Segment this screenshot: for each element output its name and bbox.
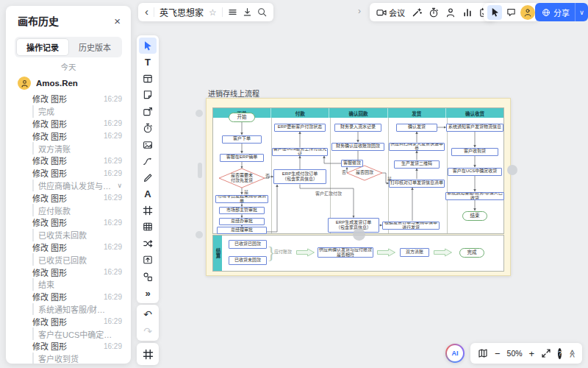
flow-node[interactable]: 总经办审批 — [219, 218, 265, 225]
connector-tool[interactable] — [137, 153, 159, 169]
connector — [143, 156, 153, 166]
history-item[interactable]: 修改 图形16:29 — [32, 191, 122, 204]
flow-node[interactable]: 供应商确认发货与应付账款是否相符 — [318, 247, 373, 258]
flow-node[interactable]: 已收货已回款 — [229, 240, 267, 249]
history-item[interactable]: 修改 图形16:29 — [32, 216, 122, 229]
flow-node[interactable]: 结束 — [462, 211, 487, 221]
poll-icon[interactable] — [462, 7, 473, 18]
zoom-out-button[interactable]: − — [495, 349, 501, 358]
fullscreen-icon[interactable] — [541, 348, 551, 358]
flow-arrow[interactable] — [295, 248, 315, 257]
select-tool[interactable] — [139, 38, 157, 54]
flow-node[interactable]: 财务确认应收账款回款 — [331, 143, 384, 151]
flow-node[interactable]: 总经理审批 — [217, 227, 267, 234]
flow-node[interactable]: 打印核对订单发货信息清单 — [389, 180, 445, 188]
canvas-handle-right[interactable] — [507, 165, 517, 175]
members-icon[interactable] — [445, 7, 456, 18]
flow-node[interactable]: 开始 — [229, 113, 255, 122]
flow-node[interactable]: 完成 — [459, 248, 484, 258]
menu-icon[interactable] — [228, 7, 237, 17]
flow-node[interactable]: 市场部主管审批 — [219, 207, 265, 214]
back-icon[interactable]: ‹ — [145, 6, 148, 17]
history-item[interactable]: 修改 图形16:29 — [32, 93, 122, 105]
flow-node[interactable]: 已收货未回款 — [229, 256, 267, 265]
flow-node[interactable]: 系统通知客服/财务/申请人已收货 — [445, 192, 504, 200]
table-tool[interactable] — [137, 219, 159, 235]
flow-node[interactable]: 客户在UCS服务上传付款凭证 — [272, 148, 328, 156]
history-item[interactable]: 修改 图形16:29 — [32, 315, 122, 328]
history-item[interactable]: 修改 图形16:29 — [32, 291, 122, 303]
flow-node[interactable]: 客服在ERP销单 — [220, 154, 264, 162]
collapse-bar-icon[interactable]: ≫ — [567, 349, 577, 358]
flow-arrow[interactable] — [376, 248, 396, 257]
more-tools[interactable]: » — [137, 285, 159, 301]
text-tool[interactable]: T — [137, 54, 159, 70]
close-icon[interactable]: × — [114, 15, 121, 26]
history-item[interactable]: 修改 图形16:29 — [32, 130, 122, 142]
collapse-toolbar-icon[interactable]: › — [358, 6, 361, 16]
board-title[interactable]: 英飞思想家 — [159, 6, 204, 18]
timer-icon[interactable] — [429, 7, 439, 18]
edge-label: 客户汇款付款 — [315, 191, 342, 196]
panel-drag-handle[interactable] — [198, 163, 202, 178]
chevron-down-icon[interactable]: ∨ — [117, 182, 122, 189]
timer-tool[interactable] — [137, 120, 159, 136]
pointer-tool-icon[interactable] — [487, 5, 502, 20]
flow-node[interactable]: 客户下单 — [222, 135, 262, 144]
shuffle-tool[interactable] — [137, 236, 159, 252]
tab-version-history[interactable]: 历史版本 — [69, 38, 121, 56]
search-icon[interactable] — [257, 7, 267, 17]
flow-node[interactable]: 根据发货订单与采购申请单进行发货 — [382, 222, 440, 230]
shapes-more-tool[interactable] — [137, 268, 159, 284]
flow-node[interactable]: 是否需要未付款先发货 — [219, 169, 265, 188]
history-item[interactable]: 修改 图形16:29 — [32, 155, 122, 167]
tab-operation-log[interactable]: 操作记录 — [16, 38, 69, 56]
redo-button[interactable]: ↷ — [137, 322, 159, 339]
flow-node[interactable]: 双方清账 — [400, 248, 429, 257]
flow-arrow[interactable] — [433, 248, 453, 257]
history-item[interactable]: 修改 图形16:29 — [32, 266, 122, 278]
share-caret-icon[interactable]: ∨ — [576, 9, 588, 16]
history-item[interactable]: 修改 图形16:29 — [32, 167, 122, 180]
star-icon[interactable]: ☆ — [209, 7, 217, 18]
upload-tool[interactable] — [137, 252, 159, 268]
zoom-level[interactable]: 50% — [507, 349, 523, 358]
flow-node[interactable]: ERP更新客户付款状态 — [274, 124, 326, 132]
share-button[interactable]: 分享 ∨ — [535, 3, 588, 21]
sticky-note-tool[interactable] — [137, 87, 159, 103]
flow-node[interactable]: 确认发货 — [396, 124, 437, 132]
history-item[interactable]: 修改 图形16:29 — [32, 241, 122, 254]
ai-assistant-button[interactable]: AI — [445, 344, 465, 363]
flow-node[interactable]: 生产发货二维码 — [394, 160, 440, 169]
download-icon[interactable] — [243, 7, 252, 17]
help-button[interactable]: ? — [558, 348, 562, 359]
template-tool[interactable] — [137, 71, 159, 87]
flow-node[interactable]: 是否回款 — [347, 166, 382, 180]
history-item[interactable]: 修改 图形16:29 — [32, 118, 122, 130]
flow-node[interactable]: 客户在UCS中确定收货 — [448, 168, 502, 176]
frame-select-tool[interactable] — [137, 343, 159, 365]
shape-tool[interactable] — [137, 104, 159, 120]
media-tool[interactable] — [137, 136, 159, 152]
flow-node[interactable]: ERP生成付款订单（包含家具信息） — [273, 169, 326, 184]
flow-node[interactable]: 客户收到货 — [451, 148, 498, 156]
history-item[interactable]: 修改 图形16:29 — [32, 340, 122, 353]
flow-node[interactable]: 财务录入流水记录 — [334, 124, 381, 132]
flow-node[interactable]: 应付账款 — [271, 250, 295, 255]
compass-tool[interactable]: A — [137, 186, 159, 202]
minimap-icon[interactable] — [478, 348, 488, 358]
flowchart-sheet[interactable]: 下单付款确认回款发货确认收货 结算 开始客户下单客服在ERP销单是否需要未付款先… — [206, 98, 511, 276]
frame-tool[interactable] — [137, 202, 159, 219]
laser-pen-icon[interactable] — [412, 7, 422, 18]
canvas-handle-bottom[interactable] — [196, 231, 203, 238]
flow-node[interactable]: 市场专员发起采购申请清单 — [215, 195, 268, 203]
pen-tool[interactable] — [137, 169, 159, 185]
undo-button[interactable]: ↶ — [137, 306, 159, 322]
flow-node[interactable]: 供应商扫码录入发货快递单号 — [389, 143, 445, 151]
avatar[interactable] — [520, 5, 535, 20]
comment-icon[interactable] — [506, 7, 516, 17]
flow-node[interactable]: 系统通知客户发货物流信息 — [446, 124, 503, 132]
zoom-in-button[interactable]: + — [529, 349, 535, 358]
canvas-handle-top[interactable] — [196, 110, 203, 117]
meeting-icon[interactable]: 会议 — [376, 7, 405, 18]
